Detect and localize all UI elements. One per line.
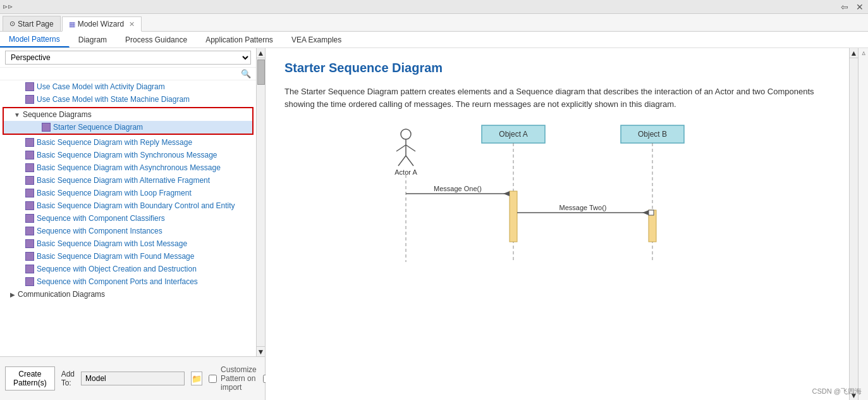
content-inner: Starter Sequence Diagram The Starter Seq…	[266, 48, 849, 400]
communication-diagrams-section[interactable]: ▶ Communication Diagrams	[0, 288, 256, 301]
top-bar-left: ⊳⊳	[3, 3, 839, 10]
pin-icon[interactable]: ⇦	[839, 2, 850, 12]
tab-model-wizard-label: Model Wizard	[78, 20, 124, 28]
tree-item-label: Sequence with Component Instances	[37, 227, 162, 235]
close-tab-icon[interactable]: ✕	[129, 20, 135, 28]
list-item-starter-sequence[interactable]: Starter Sequence Diagram	[4, 121, 252, 134]
sequence-diagrams-section[interactable]: ▼ Sequence Diagrams	[4, 108, 252, 121]
sequence-diagrams-group: ▼ Sequence Diagrams Starter Sequence Dia…	[3, 107, 254, 135]
expand-arrow-icon: ▼	[14, 111, 20, 118]
list-item[interactable]: Basic Sequence Diagram with Asynchronous…	[0, 161, 256, 174]
activation-a	[510, 191, 517, 242]
sidebar-scrollbar[interactable]: ▲ ▼	[256, 48, 265, 356]
list-item[interactable]: Basic Sequence Diagram with Alternative …	[0, 174, 256, 187]
customize-checkbox-area: Customize Pattern on import	[209, 365, 257, 392]
nav-tab-process-guidance[interactable]: Process Guidance	[116, 33, 197, 47]
model-wizard-icon: ▦	[69, 20, 75, 28]
item-icon	[25, 201, 34, 210]
customize-checkbox[interactable]	[209, 375, 217, 383]
svg-line-5	[406, 156, 413, 166]
item-icon	[25, 227, 34, 235]
message-two-label: Message Two()	[559, 204, 606, 211]
right-panel-indicator: ⊳	[860, 51, 867, 56]
svg-point-0	[401, 129, 411, 139]
sidebar-tree: Use Case Model with Activity Diagram Use…	[0, 80, 256, 356]
item-icon	[25, 163, 34, 172]
tree-item-label: Basic Sequence Diagram with Alternative …	[37, 176, 210, 185]
start-page-icon: ⊙	[9, 20, 15, 28]
list-item[interactable]: Use Case Model with State Machine Diagra…	[0, 93, 256, 106]
nav-tab-diagram[interactable]: Diagram	[70, 33, 116, 47]
browse-button[interactable]: 📁	[191, 372, 202, 385]
main-area: Perspective 🔍 Use Case Model with Activi…	[0, 48, 868, 400]
content-scroll-track	[850, 58, 858, 390]
list-item[interactable]: Basic Sequence Diagram with Found Messag…	[0, 250, 256, 263]
create-pattern-button[interactable]: Create Pattern(s)	[5, 366, 55, 391]
item-icon	[25, 239, 34, 248]
tab-start-page-label: Start Page	[18, 20, 54, 28]
item-icon	[25, 95, 34, 104]
scroll-thumb[interactable]	[257, 59, 265, 85]
top-bar-right: ⇦ ✕	[839, 2, 865, 12]
item-icon	[25, 189, 34, 197]
nav-tab-application-patterns[interactable]: Application Patterns	[197, 33, 283, 47]
tree-item-label: Basic Sequence Diagram with Found Messag…	[37, 252, 194, 261]
tab-start-page[interactable]: ⊙ Start Page	[3, 16, 61, 31]
tree-item-label: Sequence with Component Ports and Interf…	[37, 277, 198, 286]
tree-item-label: Basic Sequence Diagram with Reply Messag…	[37, 138, 192, 147]
list-item[interactable]: Sequence with Component Classifiers	[0, 212, 256, 225]
nav-tab-model-patterns[interactable]: Model Patterns	[0, 32, 70, 47]
search-icon[interactable]: 🔍	[241, 69, 251, 78]
sidebar-footer: Create Pattern(s) Add To: 📁 Customize Pa…	[0, 356, 265, 400]
object-b-label: Object B	[637, 130, 666, 139]
item-icon	[25, 252, 34, 261]
tree-item-label: Basic Sequence Diagram with Boundary Con…	[37, 201, 235, 210]
main-window: ⊳⊳ ⇦ ✕ ⊙ Start Page ▦ Model Wizard ✕ Mod…	[0, 0, 868, 400]
tree-item-label: Basic Sequence Diagram with Synchronous …	[37, 151, 217, 159]
nav-tabs: Model Patterns Diagram Process Guidance …	[0, 32, 868, 48]
add-to-label: Add To:	[61, 370, 75, 387]
sequence-diagram: Actor A Object A Object B	[355, 123, 760, 262]
watermark: CSDN @飞四海	[812, 387, 862, 396]
tree-item-label: Basic Sequence Diagram with Asynchronous…	[37, 163, 221, 172]
item-icon	[25, 176, 34, 185]
item-icon	[25, 82, 34, 91]
right-panel: ⊳	[858, 48, 868, 400]
svg-line-3	[406, 145, 415, 151]
tree-item-label: Basic Sequence Diagram with Lost Message	[37, 239, 187, 248]
content-description: The Starter Sequence Diagram pattern cre…	[284, 85, 830, 110]
perspective-select[interactable]: Perspective	[5, 51, 251, 65]
tab-bar: ⊙ Start Page ▦ Model Wizard ✕	[0, 14, 868, 32]
list-item[interactable]: Sequence with Component Instances	[0, 225, 256, 237]
list-item[interactable]: Basic Sequence Diagram with Lost Message	[0, 237, 256, 250]
tree-item-label: Sequence with Object Creation and Destru…	[37, 265, 197, 273]
tree-item-label: Use Case Model with Activity Diagram	[37, 82, 165, 91]
add-to-input[interactable]	[81, 372, 185, 385]
scroll-down-btn[interactable]: ▼	[257, 346, 265, 356]
scroll-up-btn[interactable]: ▲	[257, 48, 265, 58]
list-item[interactable]: Basic Sequence Diagram with Reply Messag…	[0, 136, 256, 149]
svg-line-4	[398, 156, 406, 166]
list-item[interactable]: Basic Sequence Diagram with Loop Fragmen…	[0, 187, 256, 199]
tree-item-label: Sequence with Component Classifiers	[37, 214, 165, 223]
list-item[interactable]: Basic Sequence Diagram with Boundary Con…	[0, 199, 256, 212]
tree-item-label: Starter Sequence Diagram	[53, 123, 143, 132]
folder-icon: 📁	[192, 374, 202, 384]
list-item[interactable]: Use Case Model with Activity Diagram	[0, 80, 256, 93]
content-scrollbar[interactable]: ▲ ▼	[849, 48, 858, 400]
collapse-arrows-icon[interactable]: ⊳⊳	[3, 3, 13, 10]
maximize-icon[interactable]: ✕	[854, 2, 865, 12]
content-scroll-up-btn[interactable]: ▲	[850, 48, 858, 58]
sidebar-header: Perspective	[0, 48, 256, 68]
sidebar-search-bar: 🔍	[0, 68, 256, 80]
list-item[interactable]: Sequence with Object Creation and Destru…	[0, 263, 256, 275]
message-two-end	[649, 210, 654, 215]
item-icon	[25, 214, 34, 223]
nav-tab-vea-examples[interactable]: VEA Examples	[283, 33, 351, 47]
tree-item-label: Use Case Model with State Machine Diagra…	[37, 95, 190, 104]
list-item[interactable]: Sequence with Component Ports and Interf…	[0, 275, 256, 288]
item-icon	[25, 151, 34, 159]
scroll-track	[257, 58, 265, 346]
list-item[interactable]: Basic Sequence Diagram with Synchronous …	[0, 149, 256, 161]
tab-model-wizard[interactable]: ▦ Model Wizard ✕	[62, 16, 142, 32]
